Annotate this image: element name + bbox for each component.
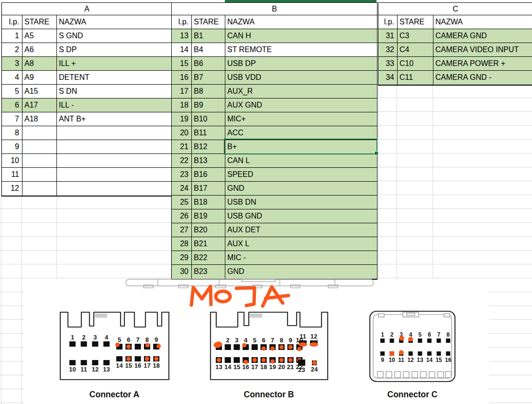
cell-nazwa[interactable]: S DP [57, 43, 172, 56]
cell-header[interactable]: STARE [398, 15, 433, 29]
cell-stare[interactable] [22, 168, 57, 181]
cell-stare[interactable]: B8 [192, 85, 225, 98]
cell-nazwa[interactable]: CAMERA GND [433, 29, 532, 43]
cell-stare[interactable]: B20 [192, 223, 225, 237]
cell-stare[interactable]: B13 [192, 154, 225, 167]
cell-lp[interactable]: 19 [172, 112, 192, 126]
cell-stare[interactable]: A17 [22, 98, 57, 112]
cell-stare[interactable]: A9 [22, 71, 57, 84]
cell-lp[interactable]: 13 [172, 29, 192, 43]
cell-stare[interactable]: B22 [192, 251, 225, 264]
cell-lp[interactable]: 20 [172, 126, 192, 140]
cell-lp[interactable]: 10 [2, 154, 22, 167]
cell-lp[interactable]: 12 [2, 182, 22, 196]
cell-stare[interactable]: A5 [22, 29, 57, 43]
cell-nazwa[interactable]: CAMERA GND - [433, 71, 532, 85]
cell-header[interactable]: STARE [192, 15, 225, 29]
cell-stare[interactable]: C10 [398, 57, 433, 70]
cell-stare[interactable]: A8 [22, 57, 57, 70]
cell-lp[interactable]: 25 [172, 196, 192, 209]
cell-stare[interactable]: B1 [192, 29, 225, 43]
cell-lp[interactable]: 3 [2, 57, 22, 70]
cell-nazwa[interactable]: SPEED [225, 168, 377, 181]
cell-nazwa[interactable]: ACC [225, 126, 377, 140]
cell-stare[interactable]: C11 [398, 71, 433, 85]
cell-nazwa[interactable]: CAN H [225, 29, 377, 43]
cell-nazwa[interactable]: USB DP [225, 57, 377, 70]
table-title-cell[interactable]: A [2, 3, 172, 15]
table-title-cell[interactable]: B [172, 3, 377, 15]
cell-nazwa[interactable]: S DN [57, 85, 172, 98]
cell-lp[interactable]: 15 [172, 57, 192, 70]
cell-lp[interactable]: 22 [172, 154, 192, 167]
cell-lp[interactable]: 17 [172, 85, 192, 98]
cell-lp[interactable]: 27 [172, 223, 192, 237]
cell-stare[interactable]: A15 [22, 85, 57, 98]
cell-header[interactable]: STARE [22, 15, 57, 29]
cell-stare[interactable]: B18 [192, 196, 225, 209]
cell-stare[interactable]: B17 [192, 182, 225, 195]
cell-lp[interactable]: 21 [172, 140, 192, 153]
cell-header[interactable]: l.p. [378, 15, 398, 29]
cell-nazwa[interactable]: AUX L [225, 237, 377, 251]
cell-stare[interactable]: B23 [192, 265, 225, 279]
cell-lp[interactable]: 30 [172, 265, 192, 279]
cell-nazwa[interactable]: ST REMOTE [225, 43, 377, 56]
cell-lp[interactable]: 18 [172, 98, 192, 112]
cell-stare[interactable]: B19 [192, 209, 225, 223]
cell-stare[interactable]: B6 [192, 57, 225, 70]
cell-header[interactable]: NAZWA [433, 15, 532, 29]
cell-nazwa[interactable]: CAMERA POWER + [433, 57, 532, 70]
cell-lp[interactable]: 33 [378, 57, 398, 70]
cell-lp[interactable]: 32 [378, 43, 398, 56]
cell-stare[interactable]: B10 [192, 112, 225, 126]
cell-header[interactable]: l.p. [172, 15, 192, 29]
cell-stare[interactable]: C3 [398, 29, 433, 43]
cell-nazwa[interactable]: CAN L [225, 154, 377, 167]
cell-lp[interactable]: 16 [172, 71, 192, 84]
cell-nazwa[interactable]: USB VDD [225, 71, 377, 84]
cell-lp[interactable]: 26 [172, 209, 192, 223]
cell-stare[interactable]: B9 [192, 98, 225, 112]
cell-lp[interactable]: 7 [2, 112, 22, 126]
cell-lp[interactable]: 14 [172, 43, 192, 56]
cell-nazwa[interactable]: ILL + [57, 57, 172, 70]
pasted-connector-image[interactable] [24, 279, 489, 404]
cell-nazwa[interactable] [57, 126, 172, 140]
cell-lp[interactable]: 31 [378, 29, 398, 43]
cell-nazwa[interactable]: AUX_R [225, 85, 377, 98]
cell-lp[interactable]: 34 [378, 71, 398, 85]
cell-stare[interactable] [22, 140, 57, 153]
cell-nazwa[interactable]: GND [225, 182, 377, 195]
cell-stare[interactable]: A18 [22, 112, 57, 126]
cell-stare[interactable] [22, 154, 57, 167]
cell-stare[interactable]: B11 [192, 126, 225, 140]
cell-lp[interactable]: 1 [2, 29, 22, 43]
cell-lp[interactable]: 28 [172, 237, 192, 251]
cell-lp[interactable]: 11 [2, 168, 22, 181]
cell-stare[interactable] [22, 126, 57, 140]
cell-nazwa[interactable]: CAMERA VIDEO INPUT [433, 43, 532, 56]
cell-lp[interactable]: 23 [172, 168, 192, 181]
cell-header[interactable]: l.p. [2, 15, 22, 29]
cell-lp[interactable]: 2 [2, 43, 22, 56]
cell-nazwa[interactable]: AUX DET [225, 223, 377, 237]
cell-stare[interactable]: B12 [192, 140, 225, 153]
cell-nazwa[interactable] [57, 154, 172, 167]
cell-lp[interactable]: 8 [2, 126, 22, 140]
cell-lp[interactable]: 9 [2, 140, 22, 153]
cell-header[interactable]: NAZWA [57, 15, 172, 29]
cell-header[interactable]: NAZWA [225, 15, 377, 29]
cell-stare[interactable]: C4 [398, 43, 433, 56]
cell-nazwa[interactable]: ILL - [57, 98, 172, 112]
cell-nazwa[interactable] [57, 168, 172, 181]
cell-nazwa[interactable]: USB GND [225, 209, 377, 223]
cell-nazwa[interactable]: MIC - [225, 251, 377, 264]
cell-stare[interactable]: B16 [192, 168, 225, 181]
cell-lp[interactable]: 24 [172, 182, 192, 195]
cell-nazwa[interactable]: ANT B+ [57, 112, 172, 126]
cell-lp[interactable]: 4 [2, 71, 22, 84]
cell-stare[interactable]: B4 [192, 43, 225, 56]
cell-nazwa[interactable]: DETENT [57, 71, 172, 84]
cell-nazwa[interactable] [57, 182, 172, 196]
